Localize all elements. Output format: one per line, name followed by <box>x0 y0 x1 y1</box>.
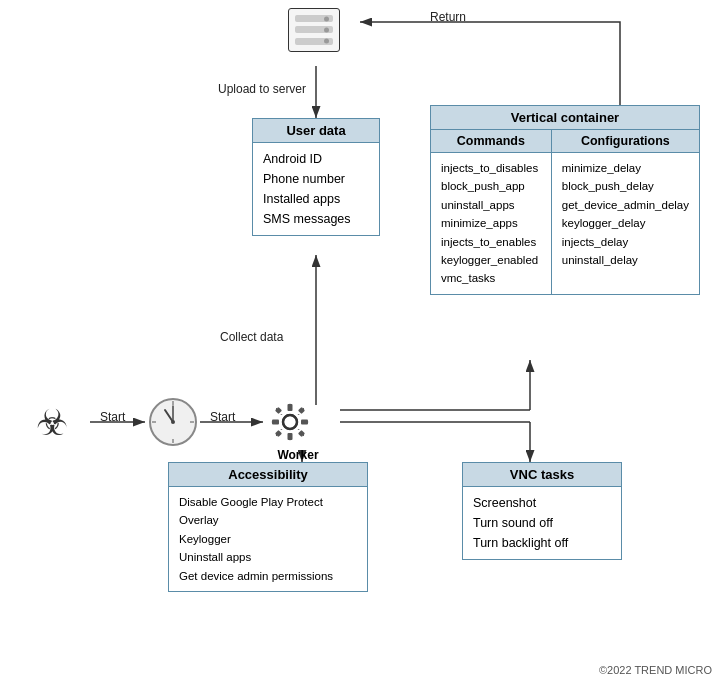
gear-icon <box>265 397 315 447</box>
clock-icon <box>147 396 199 448</box>
user-data-content: Android ID Phone number Installed apps S… <box>253 143 379 235</box>
list-item: vmc_tasks <box>441 269 541 287</box>
list-item: Phone number <box>263 169 369 189</box>
list-item: keylogger_delay <box>562 214 689 232</box>
list-item: Uninstall apps <box>179 548 357 566</box>
configurations-header: Configurations <box>552 130 699 153</box>
vertical-container-box: Vertical container Commands injects_to_d… <box>430 105 700 295</box>
list-item: Overlay <box>179 511 357 529</box>
vnc-tasks-content: Screenshot Turn sound off Turn backlight… <box>463 487 621 559</box>
upload-label: Upload to server <box>218 82 306 96</box>
list-item: block_push_delay <box>562 177 689 195</box>
list-item: get_device_admin_delay <box>562 196 689 214</box>
svg-rect-38 <box>272 420 279 425</box>
list-item: keylogger_enabled <box>441 251 541 269</box>
collect-data-label: Collect data <box>220 330 283 344</box>
svg-point-44 <box>283 415 297 429</box>
commands-content: injects_to_disables block_push_app unins… <box>431 153 551 294</box>
user-data-header: User data <box>253 119 379 143</box>
list-item: Keylogger <box>179 530 357 548</box>
accessibility-content: Disable Google Play Protect Overlay Keyl… <box>169 487 367 591</box>
list-item: uninstall_delay <box>562 251 689 269</box>
vnc-tasks-box: VNC tasks Screenshot Turn sound off Turn… <box>462 462 622 560</box>
commands-header: Commands <box>431 130 551 153</box>
configurations-content: minimize_delay block_push_delay get_devi… <box>552 153 699 275</box>
list-item: Turn backlight off <box>473 533 611 553</box>
list-item: Screenshot <box>473 493 611 513</box>
list-item: block_push_app <box>441 177 541 195</box>
biohazard-icon: ☣ <box>36 402 68 444</box>
server-icon <box>288 8 340 52</box>
svg-rect-37 <box>288 433 293 440</box>
copyright: ©2022 TREND MICRO <box>599 664 712 676</box>
accessibility-header: Accessibility <box>169 463 367 487</box>
svg-rect-39 <box>301 420 308 425</box>
accessibility-box: Accessibility Disable Google Play Protec… <box>168 462 368 592</box>
user-data-box: User data Android ID Phone number Instal… <box>252 118 380 236</box>
list-item: Installed apps <box>263 189 369 209</box>
diagram: Return Upload to server User data Androi… <box>0 0 728 686</box>
svg-rect-36 <box>288 404 293 411</box>
list-item: uninstall_apps <box>441 196 541 214</box>
vnc-tasks-header: VNC tasks <box>463 463 621 487</box>
list-item: injects_delay <box>562 233 689 251</box>
list-item: Get device admin permissions <box>179 567 357 585</box>
list-item: minimize_delay <box>562 159 689 177</box>
list-item: Turn sound off <box>473 513 611 533</box>
list-item: SMS messages <box>263 209 369 229</box>
return-label: Return <box>430 10 466 24</box>
list-item: injects_to_disables <box>441 159 541 177</box>
list-item: injects_to_enables <box>441 233 541 251</box>
list-item: minimize_apps <box>441 214 541 232</box>
vertical-container-header: Vertical container <box>431 106 699 130</box>
list-item: Disable Google Play Protect <box>179 493 357 511</box>
list-item: Android ID <box>263 149 369 169</box>
start-label-2: Start <box>210 410 235 424</box>
start-label-1: Start <box>100 410 125 424</box>
